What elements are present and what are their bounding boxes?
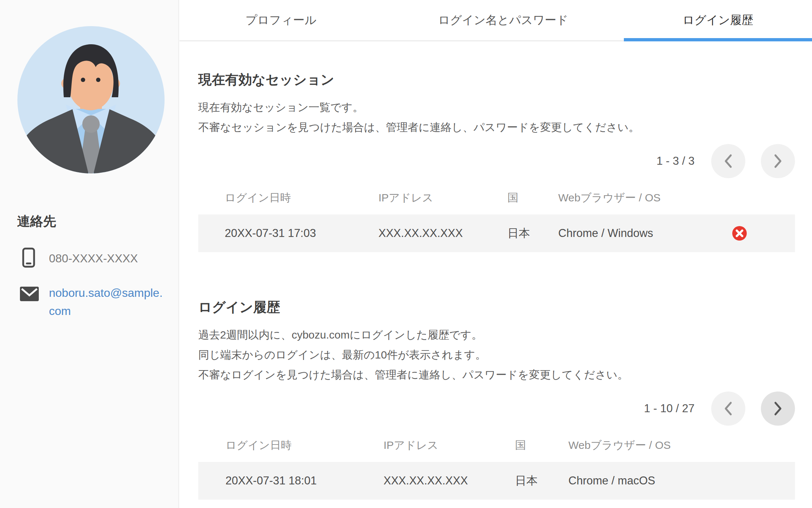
description-line: 不審なセッションを見つけた場合は、管理者に連絡し、パスワードを変更してください。 (198, 117, 795, 137)
description-line: 現在有効なセッション一覧です。 (198, 97, 795, 117)
column-header-country: 国 (515, 438, 568, 453)
sessions-prev-page-button[interactable] (711, 144, 745, 178)
history-table-header: ログイン日時 IPアドレス 国 Webブラウザー / OS (198, 434, 795, 456)
description-line: 不審なログインを見つけた場合は、管理者に連絡し、パスワードを変更してください。 (198, 365, 795, 385)
user-avatar-illustration (17, 26, 165, 173)
history-page-range: 1 - 10 / 27 (644, 402, 695, 415)
tab-bar: プロフィール ログイン名とパスワード ログイン履歴 (179, 0, 812, 41)
session-browser-os: Chrome / Windows (558, 227, 653, 240)
description-line: 同じ端末からのログインは、最新の10件が表示されます。 (198, 345, 795, 365)
chevron-left-icon (723, 153, 734, 169)
user-avatar (17, 26, 165, 173)
sessions-table-header: ログイン日時 IPアドレス 国 Webブラウザー / OS (198, 187, 795, 209)
sessions-pagination: 1 - 3 / 3 (198, 144, 795, 178)
circle-x-icon (732, 226, 747, 241)
sessions-next-page-button[interactable] (761, 144, 795, 178)
login-history-title: ログイン履歴 (198, 299, 795, 315)
tab-login-name-password[interactable]: ログイン名とパスワード (382, 0, 624, 40)
contact-section: 連絡先 080-XXXX-XXXX noboru.sato@sample.com (17, 213, 169, 335)
chevron-right-icon (772, 153, 783, 169)
chevron-left-icon (723, 401, 734, 417)
column-header-browser-os: Webブラウザー / OS (558, 190, 795, 205)
contact-phone-row: 080-XXXX-XXXX (17, 247, 169, 269)
profile-sidebar: 連絡先 080-XXXX-XXXX noboru.sato@sample.com (0, 0, 179, 508)
description-line: 過去2週間以内に、cybozu.comにログインした履歴です。 (198, 325, 795, 345)
column-header-country: 国 (508, 190, 558, 205)
session-country: 日本 (508, 226, 558, 241)
active-sessions-description: 現在有効なセッション一覧です。 不審なセッションを見つけた場合は、管理者に連絡し… (198, 97, 795, 137)
history-country: 日本 (515, 473, 568, 488)
tab-login-history[interactable]: ログイン履歴 (624, 0, 812, 40)
column-header-datetime: ログイン日時 (225, 190, 378, 205)
active-sessions-section: 現在有効なセッション 現在有効なセッション一覧です。 不審なセッションを見つけた… (198, 72, 795, 252)
mail-icon (20, 287, 39, 303)
column-header-ip: IPアドレス (384, 438, 515, 453)
contact-heading: 連絡先 (17, 213, 169, 229)
history-pagination: 1 - 10 / 27 (198, 392, 795, 426)
column-header-ip: IPアドレス (378, 190, 508, 205)
session-ip: XXX.XX.XX.XXX (378, 227, 508, 240)
session-browser-cell: Chrome / Windows (558, 226, 795, 241)
history-table-row: 20XX-07-31 18:01 XXX.XX.XX.XXX 日本 Chrome… (198, 462, 795, 500)
active-sessions-title: 現在有効なセッション (198, 72, 795, 88)
contact-phone: 080-XXXX-XXXX (49, 249, 138, 268)
contact-email-link[interactable]: noboru.sato@sample.com (49, 284, 165, 320)
history-ip: XXX.XX.XX.XXX (384, 474, 515, 487)
history-browser-os: Chrome / macOS (568, 474, 795, 487)
mobile-phone-icon (22, 247, 35, 269)
history-next-page-button[interactable] (761, 392, 795, 426)
login-history-description: 過去2週間以内に、cybozu.comにログインした履歴です。 同じ端末からのロ… (198, 325, 795, 385)
session-table-row: 20XX-07-31 17:03 XXX.XX.XX.XXX 日本 Chrome… (198, 214, 795, 252)
tab-content: 現在有効なセッション 現在有効なセッション一覧です。 不審なセッションを見つけた… (179, 72, 812, 500)
user-login-history-page: { "sidebar": { "avatar_icon": "user-avat… (0, 0, 812, 508)
login-history-section: ログイン履歴 過去2週間以内に、cybozu.comにログインした履歴です。 同… (198, 299, 795, 500)
session-datetime: 20XX-07-31 17:03 (225, 227, 378, 240)
contact-email-row: noboru.sato@sample.com (17, 284, 169, 320)
tab-profile[interactable]: プロフィール (179, 0, 382, 40)
history-prev-page-button[interactable] (711, 392, 745, 426)
sessions-page-range: 1 - 3 / 3 (656, 155, 695, 168)
history-datetime: 20XX-07-31 18:01 (225, 474, 384, 487)
column-header-browser-os: Webブラウザー / OS (568, 438, 795, 453)
delete-session-button[interactable] (732, 226, 747, 241)
column-header-datetime: ログイン日時 (225, 438, 384, 453)
chevron-right-icon (772, 401, 783, 417)
main-panel: プロフィール ログイン名とパスワード ログイン履歴 現在有効なセッション 現在有… (179, 0, 812, 508)
